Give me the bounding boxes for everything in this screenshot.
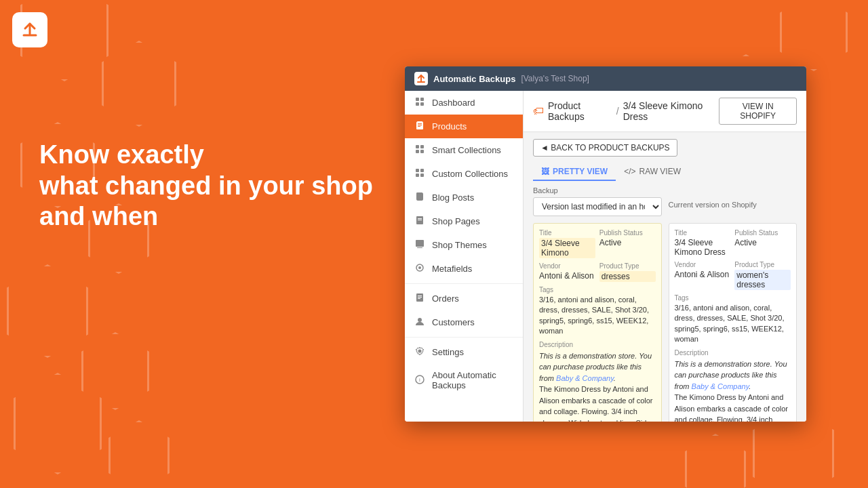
custom-collections-icon xyxy=(414,168,425,180)
vendor-group-right: Vendor Antoni & Alison Product Type wome… xyxy=(675,261,791,290)
comparison-area: Backup Version last modified in an hour … xyxy=(524,186,806,422)
tags-section-right: Tags 3/16, antoni and alison, coral, dre… xyxy=(675,294,791,345)
product-type-value-left: dresses xyxy=(599,271,656,282)
metafields-icon xyxy=(414,263,425,274)
vendor-label-left: Vendor xyxy=(539,262,595,270)
tags-label-left: Tags xyxy=(539,286,656,293)
settings-icon xyxy=(414,346,425,358)
sidebar-item-blog-posts[interactable]: Blog Posts xyxy=(405,186,523,209)
svg-rect-24 xyxy=(418,297,422,298)
sidebar-item-settings[interactable]: Settings xyxy=(405,340,523,364)
sidebar-divider xyxy=(405,283,523,284)
svg-rect-14 xyxy=(420,174,424,177)
tab-raw-view[interactable]: </> RAW VIEW xyxy=(616,163,689,181)
desc-link-right[interactable]: Baby & Company xyxy=(692,382,749,390)
svg-rect-17 xyxy=(418,220,422,220)
action-bar: ◄ BACK TO PRODUCT BACKUPS xyxy=(524,132,806,163)
sidebar-label-products: Products xyxy=(432,121,467,131)
svg-rect-13 xyxy=(416,174,419,177)
sidebar-item-metafields[interactable]: Metafields xyxy=(405,257,523,281)
svg-rect-6 xyxy=(418,126,420,127)
publish-status-value-left: Active xyxy=(599,238,656,247)
svg-rect-9 xyxy=(416,150,419,153)
hero-line1: Know exactly xyxy=(39,140,373,171)
app-title: Automatic Backups xyxy=(433,74,515,84)
svg-rect-1 xyxy=(420,98,424,101)
shop-name: [Valya's Test Shop] xyxy=(521,74,589,83)
customers-icon xyxy=(414,317,425,328)
sidebar-item-shop-pages[interactable]: Shop Pages xyxy=(405,209,523,233)
app-window: Automatic Backups [Valya's Test Shop] Da… xyxy=(405,66,806,422)
tab-raw-label: RAW VIEW xyxy=(639,167,681,176)
sidebar-item-about[interactable]: i About Automatic Backups xyxy=(405,364,523,396)
dashboard-icon xyxy=(414,97,425,108)
orders-icon xyxy=(414,293,425,304)
desc-section-left: Description This is a demonstration stor… xyxy=(539,341,656,422)
breadcrumb-path2: 3/4 Sleeve Kimono Dress xyxy=(623,100,719,122)
desc-text-right: This is a demonstration store. You can p… xyxy=(675,359,791,422)
sidebar-item-dashboard[interactable]: Dashboard xyxy=(405,91,523,115)
blog-posts-icon xyxy=(414,192,425,203)
app-body: Dashboard Products xyxy=(405,91,806,422)
sidebar-item-custom-collections[interactable]: Custom Collections xyxy=(405,162,523,186)
sidebar-item-shop-themes[interactable]: Shop Themes xyxy=(405,233,523,257)
svg-rect-23 xyxy=(418,296,422,296)
title-field-left: Title 3/4 Sleeve Kimono xyxy=(539,229,595,258)
title-value-right: 3/4 Sleeve Kimono Dress xyxy=(675,238,731,257)
title-field-right: Title 3/4 Sleeve Kimono Dress xyxy=(675,229,731,257)
desc-body-left: The Kimono Dress by Antoni and Alison em… xyxy=(539,385,653,422)
title-label-left: Title xyxy=(539,229,595,237)
tab-pretty-view[interactable]: 🖼 PRETTY VIEW xyxy=(533,163,616,181)
publish-status-value-right: Active xyxy=(734,238,791,247)
desc-link-left[interactable]: Baby & Company xyxy=(556,374,614,382)
pretty-view-icon: 🖼 xyxy=(541,167,549,176)
breadcrumb-bar: 🏷 Product Backups / 3/4 Sleeve Kimono Dr… xyxy=(524,91,806,132)
view-shopify-button[interactable]: VIEW IN SHOPIFY xyxy=(719,98,797,125)
svg-rect-25 xyxy=(418,298,420,299)
svg-rect-2 xyxy=(416,102,419,106)
backup-panel: Title 3/4 Sleeve Kimono Publish Status A… xyxy=(533,223,662,422)
sidebar-label-customers: Customers xyxy=(432,317,475,327)
publish-status-label-right: Publish Status xyxy=(734,229,791,237)
hero-line3: and when xyxy=(39,201,373,232)
back-button[interactable]: ◄ BACK TO PRODUCT BACKUPS xyxy=(533,139,677,157)
product-type-label-right: Product Type xyxy=(734,261,791,268)
sidebar-item-orders[interactable]: Orders xyxy=(405,287,523,310)
main-content: 🏷 Product Backups / 3/4 Sleeve Kimono Dr… xyxy=(524,91,806,422)
svg-rect-5 xyxy=(418,125,422,125)
publish-status-label-left: Publish Status xyxy=(599,229,656,237)
vendor-group-left: Vendor Antoni & Alison Product Type dres… xyxy=(539,262,656,282)
current-shopify-label: Current version on Shopify xyxy=(669,197,797,212)
raw-view-icon: </> xyxy=(624,167,635,176)
tags-value-right: 3/16, antoni and alison, coral, dress, d… xyxy=(675,303,791,345)
breadcrumb: 🏷 Product Backups / 3/4 Sleeve Kimono Dr… xyxy=(533,100,719,122)
sidebar-item-customers[interactable]: Customers xyxy=(405,310,523,334)
desc-text-left: This is a demonstration store. You can p… xyxy=(539,350,656,422)
svg-rect-11 xyxy=(416,169,419,172)
svg-rect-0 xyxy=(416,98,419,101)
product-type-field-right: Product Type women's dresses xyxy=(734,261,791,290)
svg-rect-10 xyxy=(420,150,424,153)
sidebar-label-shop-themes: Shop Themes xyxy=(432,240,487,250)
shop-pages-icon xyxy=(414,216,425,227)
svg-text:i: i xyxy=(419,377,420,383)
svg-rect-8 xyxy=(420,145,424,148)
sidebar-item-smart-collections[interactable]: Smart Collections xyxy=(405,138,523,162)
breadcrumb-separator: / xyxy=(616,106,619,117)
hero-line2: what changed in your shop xyxy=(39,171,373,202)
sidebar: Dashboard Products xyxy=(405,91,524,422)
sidebar-label-settings: Settings xyxy=(432,347,464,357)
svg-point-27 xyxy=(418,350,422,353)
svg-rect-12 xyxy=(420,169,424,172)
sidebar-label-custom-collections: Custom Collections xyxy=(432,169,508,179)
hero-text: Know exactly what changed in your shop a… xyxy=(39,140,373,232)
svg-rect-4 xyxy=(418,123,422,124)
sidebar-label-metafields: Metafields xyxy=(432,264,472,274)
title-bar: Automatic Backups [Valya's Test Shop] xyxy=(405,66,806,91)
backup-dropdown[interactable]: Version last modified in an hour xyxy=(533,197,662,216)
upload-icon xyxy=(12,12,47,47)
vendor-label-right: Vendor xyxy=(675,261,731,268)
backup-col-right: Current version on Shopify xyxy=(669,186,797,216)
sidebar-item-products[interactable]: Products xyxy=(405,115,523,138)
sidebar-label-dashboard: Dashboard xyxy=(432,98,475,108)
